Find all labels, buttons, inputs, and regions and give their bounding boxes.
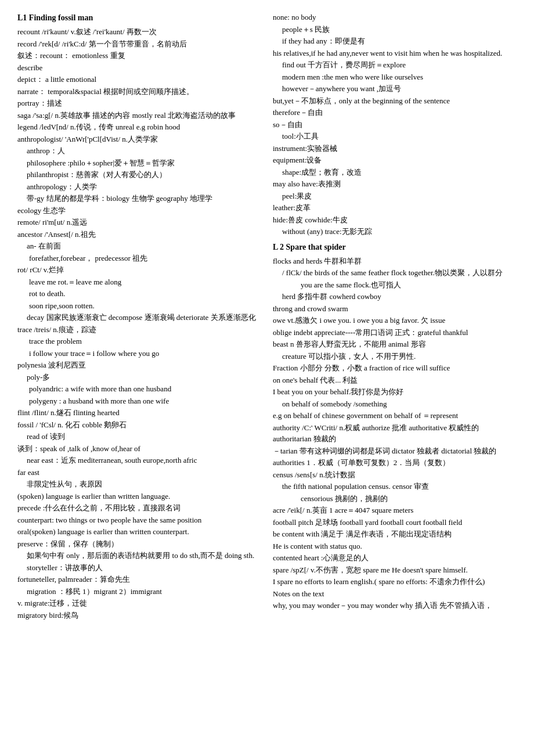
list-item: flocks and herds 牛群和羊群 <box>273 255 517 267</box>
list-item: flint /flint/ n.燧石 flinting hearted <box>17 407 261 419</box>
right-entries-l1: none: no body people＋s 民族 if they had an… <box>273 12 517 237</box>
list-item: near east：近东 mediterranean, south europe… <box>17 455 261 466</box>
list-item: migration ：移民 1）migrant 2）immigrant <box>17 586 261 597</box>
list-item: －tarian 带有这种词缀的词都是坏词 dictator 独裁者 dictat… <box>273 445 517 457</box>
list-item: hide:兽皮 cowhide:牛皮 <box>273 214 517 226</box>
list-item: I spare no efforts to learn english.( sp… <box>273 576 517 588</box>
list-item: none: no body <box>273 12 517 23</box>
list-item: polyandric: a wife with more than one hu… <box>17 383 261 395</box>
list-item: find out 千方百计，费尽周折＝explore <box>273 59 517 71</box>
list-item: authority /C:' WCriti/ n.权威 authorize 批准… <box>273 422 517 445</box>
list-item: e.g on behalf of chinese government on b… <box>273 410 517 422</box>
list-item: record /'rek[d/ /ri'kC:d/ 第一个音节带重音，名前动后 <box>17 38 261 50</box>
list-item: philanthropist：慈善家（对人有爱心的人） <box>17 169 261 181</box>
list-item: therefore－自由 <box>273 107 517 118</box>
page-container: L1 Finding fossil man recount /ri'kaunt/… <box>17 12 517 621</box>
list-item: 非限定性从句，表原因 <box>17 478 261 490</box>
list-item: soon ripe,soon rotten. <box>17 300 261 312</box>
list-item: I beat you on your behalf.我打你是为你好 <box>273 386 517 398</box>
list-item: peel:果皮 <box>273 190 517 202</box>
list-item: 带-gy 结尾的都是学科：biology 生物学 geography 地理学 <box>17 193 261 204</box>
list-item: ancestor /'Ansest[/ n.祖先 <box>17 229 261 240</box>
list-item: throng and crowd swarm <box>273 303 517 315</box>
list-item: people＋s 民族 <box>273 24 517 35</box>
list-item: the fifth national population census. ce… <box>273 481 517 492</box>
list-item: so－自由 <box>273 119 517 131</box>
list-item: counterpart: two things or two people ha… <box>17 514 261 526</box>
list-item: on behalf of somebody /something <box>273 398 517 410</box>
list-item: poly-多 <box>17 372 261 383</box>
list-item: spare /spZ[/ v.不伤害，宽恕 spare me He doesn'… <box>273 564 517 576</box>
list-item: rot to death. <box>17 288 261 300</box>
list-item: trace /treis/ n.痕迹，踪迹 <box>17 324 261 336</box>
list-item: storyteller：讲故事的人 <box>17 562 261 574</box>
list-item: without (any) trace:无影无踪 <box>273 226 517 237</box>
list-item: leave me rot.＝leave me along <box>17 276 261 288</box>
list-item: why, you may wonder－you may wonder why 插… <box>273 600 517 611</box>
list-item: recount /ri'kaunt/ v.叙述 /'rei'kaunt/ 再数一… <box>17 26 261 38</box>
list-item: narrate： temporal&spacial 根据时间或空间顺序描述。 <box>17 86 261 98</box>
list-item: rot/ rCt/ v.烂掉 <box>17 264 261 276</box>
right-column: none: no body people＋s 民族 if they had an… <box>273 12 517 621</box>
list-item: beast n 兽形容人野蛮无比，不能用 animal 形容 <box>273 339 517 350</box>
list-item: Notes on the text <box>273 588 517 600</box>
list-item: precede :什么在什么之前，不用比较，直接跟名词 <box>17 502 261 514</box>
list-item: football pitch 足球场 football yard footbal… <box>273 517 517 528</box>
list-item: if they had any：即便是有 <box>273 35 517 47</box>
list-item: describe <box>17 62 261 74</box>
list-item: tool:小工具 <box>273 131 517 142</box>
list-item: contented heart :心满意足的人 <box>273 552 517 564</box>
list-item: i follow your trace＝i follow where you g… <box>17 348 261 359</box>
list-item: read of 读到 <box>17 431 261 442</box>
list-item: anthropologist/ 'AnWr['pCl[dVist/ n.人类学家 <box>17 134 261 145</box>
list-item: remote/ ri'm[ut/ n.遥远 <box>17 217 261 228</box>
list-item: modern men :the men who were like oursel… <box>273 71 517 83</box>
list-item: leather:皮革 <box>273 202 517 214</box>
list-item: census /sens[s/ n.统计数据 <box>273 469 517 481</box>
list-item: you are the same flock.也可指人 <box>273 279 517 291</box>
list-item: legend /ledV[nd/ n.传说，传奇 unreal e.g robi… <box>17 121 261 133</box>
list-item: portray：描述 <box>17 98 261 109</box>
list-item: creature 可以指小孩，女人，不用于男性. <box>273 351 517 362</box>
list-item: his relatives,if he had any,never went t… <box>273 48 517 59</box>
list-item: trace the problem <box>17 336 261 347</box>
left-column: L1 Finding fossil man recount /ri'kaunt/… <box>17 12 261 621</box>
list-item: owe vt.感激欠 i owe you. i owe you a big fa… <box>273 315 517 326</box>
list-item: ecology 生态学 <box>17 205 261 217</box>
list-item: 叙述：recount： emotionless 重复 <box>17 50 261 62</box>
list-item: preserve：保留，保存（腌制） <box>17 538 261 550</box>
list-item: He is content with status quo. <box>273 541 517 552</box>
list-item: v. migrate:迁移，迁徙 <box>17 597 261 609</box>
list-item: fossil / 'fCsl/ n. 化石 cobble 鹅卵石 <box>17 419 261 431</box>
right-entries-l2: flocks and herds 牛群和羊群 / flCk/ the birds… <box>273 255 517 611</box>
list-item: saga /'sa:g[/ n.英雄故事 描述的内容 mostly real 北… <box>17 110 261 121</box>
left-entries: recount /ri'kaunt/ v.叙述 /'rei'kaunt/ 再数一… <box>17 26 261 621</box>
list-item: 谈到：speak of ,talk of ,know of,hear of <box>17 443 261 455</box>
list-item: migratory bird:候鸟 <box>17 610 261 621</box>
left-section-title: L1 Finding fossil man <box>17 12 261 24</box>
list-item: forefather,forebear， predecessor 祖先 <box>17 253 261 264</box>
list-item: however－anywhere you want ,加逗号 <box>273 83 517 95</box>
list-item: fortuneteller, palmreader：算命先生 <box>17 574 261 585</box>
list-item: / flCk/ the birds of the same feather fl… <box>273 267 517 279</box>
list-item: authorities 1．权威（可单数可复数）2．当局（复数） <box>273 457 517 469</box>
list-item: Fraction 小部分 分数，小数 a fraction of rice wi… <box>273 362 517 374</box>
list-item: herd 多指牛群 cowherd cowboy <box>273 291 517 303</box>
list-item: oblige indebt appreciate----常用口语词 正式：gra… <box>273 327 517 339</box>
list-item: far east <box>17 467 261 478</box>
list-item: philosophere :philo＋sopher|爱＋智慧＝哲学家 <box>17 157 261 169</box>
list-item: on one's behalf 代表... 利益 <box>273 375 517 386</box>
list-item: 如果句中有 only，那后面的表语结构就要用 to do sth,而不是 doi… <box>17 550 261 561</box>
list-item: anthropology：人类学 <box>17 181 261 193</box>
list-item: instrument:实验器械 <box>273 143 517 154</box>
list-item: oral(spoken) language is earlier than wr… <box>17 526 261 538</box>
list-item: depict： a little emotional <box>17 74 261 85</box>
list-item: anthrop：人 <box>17 145 261 157</box>
list-item: acre /'eik[/ n.英亩 1 acre＝4047 square met… <box>273 505 517 516</box>
list-item: shape:成型；教育，改造 <box>273 167 517 178</box>
list-item: but,yet－不加标点，only at the beginning of th… <box>273 95 517 107</box>
list-item: decay 国家民族逐渐衰亡 decompose 逐渐衰竭 deteriorat… <box>17 312 261 323</box>
list-item: censorious 挑剔的，挑剔的 <box>273 493 517 505</box>
right-section-title-l2: L 2 Spare that spider <box>273 241 517 253</box>
list-item: an- 在前面 <box>17 240 261 252</box>
